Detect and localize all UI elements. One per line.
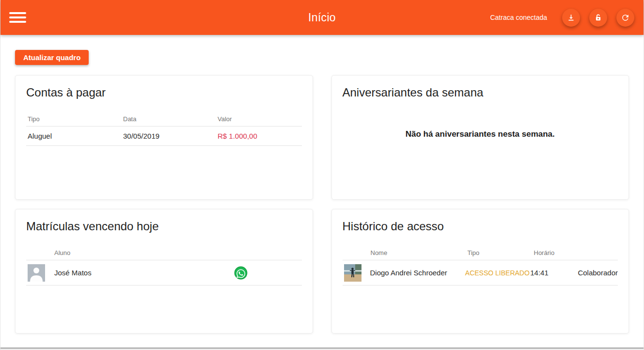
menu-icon[interactable] [9, 10, 26, 25]
user-photo [344, 264, 361, 282]
refresh-icon [621, 13, 630, 22]
memberships-table-header: Aluno [26, 245, 302, 260]
column-header-data: Data [123, 115, 218, 123]
bills-table: Tipo Data Valor Aluguel 30/05/2019 R$ 1.… [26, 111, 302, 146]
column-header-horario: Horário [534, 249, 582, 256]
table-row[interactable]: José Matos [26, 260, 302, 286]
main-content: Atualizar quadro Contas à pagar Tipo Dat… [0, 35, 644, 334]
student-name: José Matos [54, 269, 234, 277]
download-button[interactable] [562, 9, 580, 27]
app-header: Início Catraca conectada [0, 0, 644, 35]
card-title: Contas à pagar [26, 86, 302, 99]
card-title: Matrículas vencendo hoje [26, 220, 302, 233]
unlock-button[interactable] [589, 9, 607, 27]
column-header-aluno: Aluno [54, 249, 234, 256]
access-name: Diogo Andrei Schroeder [370, 269, 465, 277]
card-access-history: Histórico de acesso Nome Tipo Horário [331, 209, 629, 334]
card-title: Aniversariantes da semana [343, 86, 618, 99]
unlock-icon [594, 13, 603, 22]
bills-table-header: Tipo Data Valor [26, 111, 302, 127]
column-header-tipo: Tipo [26, 115, 123, 123]
card-title: Histórico de acesso [343, 220, 618, 233]
card-bills-to-pay: Contas à pagar Tipo Data Valor Aluguel 3… [15, 75, 313, 200]
access-time: 14:41 [530, 269, 578, 277]
avatar [26, 264, 54, 282]
column-header-valor: Valor [218, 115, 302, 123]
avatar [343, 264, 370, 282]
birthdays-empty-message: Não há aniversariantes nesta semana. [343, 129, 618, 139]
access-category: Colaborador [578, 269, 618, 277]
access-history-table: Nome Tipo Horário [343, 245, 618, 286]
access-status: ACESSO LIBERADO [465, 269, 530, 277]
placeholder-avatar-icon [28, 264, 45, 282]
dashboard-grid: Contas à pagar Tipo Data Valor Aluguel 3… [15, 75, 629, 334]
access-table-header: Nome Tipo Horário [343, 245, 618, 260]
bill-date: 30/05/2019 [123, 132, 218, 140]
window-bottom-border [0, 348, 644, 350]
bill-type: Aluguel [26, 132, 123, 140]
download-icon [566, 13, 576, 22]
bill-value: R$ 1.000,00 [218, 132, 302, 140]
column-header-tipo: Tipo [468, 249, 534, 256]
table-row[interactable]: Diogo Andrei Schroeder ACESSO LIBERADO 1… [343, 260, 618, 286]
turnstile-status-label: Catraca conectada [490, 14, 547, 21]
table-row[interactable]: Aluguel 30/05/2019 R$ 1.000,00 [26, 127, 302, 146]
header-actions: Catraca conectada [490, 9, 634, 27]
app-window: Início Catraca conectada [0, 0, 644, 350]
memberships-table: Aluno José Matos [26, 245, 302, 286]
whatsapp-button[interactable] [234, 266, 248, 280]
card-birthdays: Aniversariantes da semana Não há anivers… [331, 75, 629, 200]
card-expiring-memberships: Matrículas vencendo hoje Aluno [15, 209, 313, 334]
column-header-nome: Nome [371, 249, 468, 256]
whatsapp-icon [234, 274, 248, 281]
refresh-button[interactable] [616, 9, 634, 27]
update-board-button[interactable]: Atualizar quadro [15, 50, 89, 65]
